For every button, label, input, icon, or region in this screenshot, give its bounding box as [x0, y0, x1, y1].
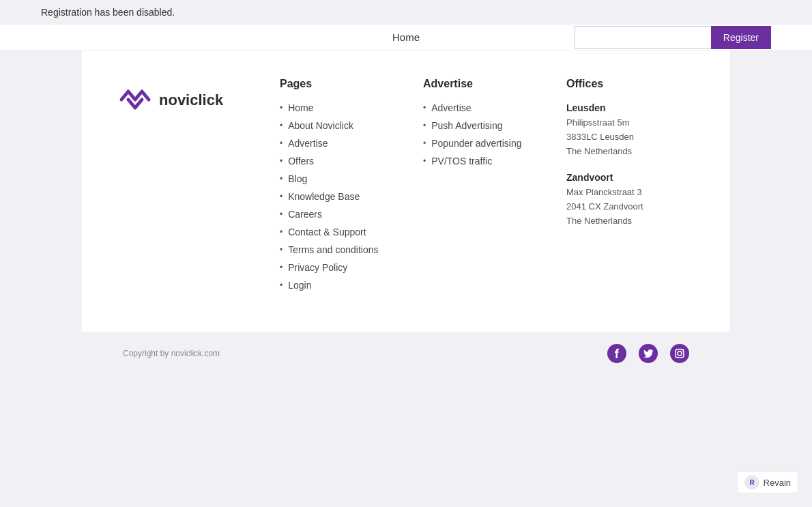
logo-text: noviclick — [159, 91, 223, 109]
office-leusden: Leusden Philipsstraat 5m 3833LC Leusden … — [566, 102, 696, 158]
twitter-svg — [643, 349, 653, 358]
footer-bottom: Copyright by noviclick.com — [0, 332, 812, 375]
footer-advertise-col: Advertise Advertise Push Advertising Pop… — [423, 78, 553, 298]
notification-bar: Registration has been disabled. — [0, 0, 812, 25]
list-item: Login — [280, 280, 409, 291]
office-leusden-city: Leusden — [566, 102, 696, 113]
list-item: Advertise — [280, 138, 409, 149]
page-about-link[interactable]: About Noviclick — [288, 120, 353, 131]
list-item: Advertise — [423, 102, 553, 113]
footer-logo-col: noviclick — [116, 78, 266, 298]
noviclick-logo: noviclick — [116, 85, 223, 115]
list-item: Blog — [280, 173, 409, 184]
adv-popunder-link[interactable]: Popunder advertising — [431, 138, 521, 149]
adv-push-link[interactable]: Push Advertising — [431, 120, 502, 131]
svg-rect-0 — [676, 349, 684, 358]
register-button[interactable]: Register — [711, 26, 771, 49]
list-item: Terms and conditions — [280, 244, 409, 255]
office-zandvoort-city: Zandvoort — [566, 172, 696, 183]
page-privacy-link[interactable]: Privacy Policy — [288, 262, 347, 273]
page-terms-link[interactable]: Terms and conditions — [288, 244, 378, 255]
footer-offices-col: Offices Leusden Philipsstraat 5m 3833LC … — [566, 78, 696, 298]
social-icons — [607, 344, 689, 363]
svg-point-1 — [678, 351, 682, 356]
instagram-icon[interactable] — [670, 344, 689, 363]
login-input[interactable] — [575, 26, 711, 49]
facebook-svg — [612, 349, 622, 358]
office-leusden-address: Philipsstraat 5m 3833LC Leusden The Neth… — [566, 116, 696, 158]
list-item: Offers — [280, 156, 409, 166]
list-item: About Noviclick — [280, 120, 409, 131]
advertise-list: Advertise Push Advertising Popunder adve… — [423, 102, 553, 166]
revain-badge[interactable]: R Revain — [737, 472, 798, 493]
adv-advertise-link[interactable]: Advertise — [431, 102, 471, 113]
main-nav: Home Register — [0, 25, 812, 50]
nav-auth-area: Register — [575, 26, 771, 49]
page-careers-link[interactable]: Careers — [288, 209, 322, 220]
facebook-icon[interactable] — [607, 344, 626, 363]
list-item: Knowledge Base — [280, 191, 409, 202]
adv-pvtos-link[interactable]: PV/TOS traffic — [431, 156, 492, 166]
footer-main: noviclick Pages Home About Noviclick Adv… — [82, 50, 730, 332]
page-blog-link[interactable]: Blog — [288, 173, 307, 184]
list-item: Privacy Policy — [280, 262, 409, 273]
pages-heading: Pages — [280, 78, 409, 90]
logo-icon — [116, 85, 154, 115]
instagram-svg — [675, 349, 684, 358]
office-zandvoort-address: Max Planckstraat 3 2041 CX Zandvoort The… — [566, 186, 696, 228]
advertise-heading: Advertise — [423, 78, 553, 90]
page-offers-link[interactable]: Offers — [288, 156, 314, 166]
footer-pages-col: Pages Home About Noviclick Advertise Off… — [280, 78, 409, 298]
nav-home-link[interactable]: Home — [392, 31, 420, 43]
page-knowledge-link[interactable]: Knowledge Base — [288, 191, 360, 202]
svg-text:R: R — [749, 479, 755, 487]
revain-label: Revain — [764, 478, 791, 488]
list-item: Push Advertising — [423, 120, 553, 131]
notification-text: Registration has been disabled. — [41, 7, 175, 18]
revain-logo-icon: R — [744, 475, 759, 490]
list-item: Careers — [280, 209, 409, 220]
page-home-link[interactable]: Home — [288, 102, 313, 113]
footer-grid: noviclick Pages Home About Noviclick Adv… — [116, 78, 696, 298]
list-item: Contact & Support — [280, 227, 409, 237]
list-item: Home — [280, 102, 409, 113]
office-zandvoort: Zandvoort Max Planckstraat 3 2041 CX Zan… — [566, 172, 696, 228]
pages-list: Home About Noviclick Advertise Offers Bl… — [280, 102, 409, 291]
copyright-text: Copyright by noviclick.com — [123, 349, 220, 358]
list-item: Popunder advertising — [423, 138, 553, 149]
page-advertise-link[interactable]: Advertise — [288, 138, 328, 149]
page-contact-link[interactable]: Contact & Support — [288, 227, 366, 237]
offices-heading: Offices — [566, 78, 696, 90]
svg-point-2 — [682, 351, 683, 352]
twitter-icon[interactable] — [639, 344, 658, 363]
list-item: PV/TOS traffic — [423, 156, 553, 166]
page-login-link[interactable]: Login — [288, 280, 311, 291]
